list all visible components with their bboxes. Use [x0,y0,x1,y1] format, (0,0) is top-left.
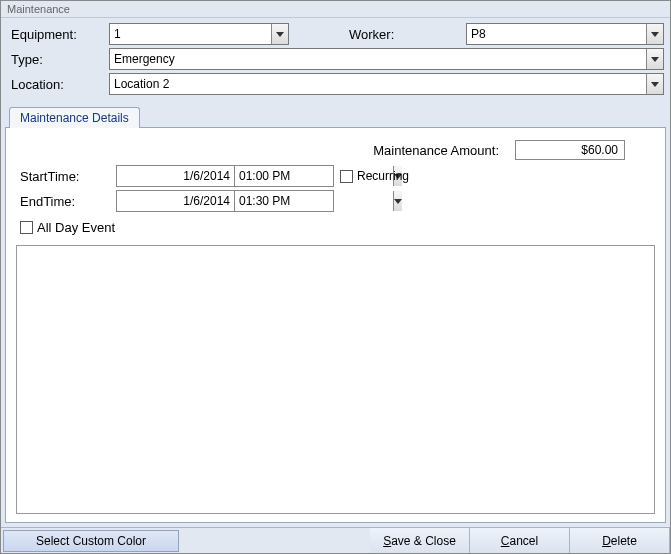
equipment-dropdown-button[interactable] [271,24,288,44]
start-label: StartTime: [16,169,116,184]
tab-panel: Maintenance Amount: $60.00 StartTime: 1/… [5,127,666,523]
allday-label: All Day Event [37,220,115,235]
button-bar-spacer [181,528,370,553]
equipment-input[interactable] [110,24,271,44]
select-custom-color-button[interactable]: Select Custom Color [3,530,179,552]
worker-dropdown-button[interactable] [646,24,663,44]
type-dropdown-button[interactable] [646,49,663,69]
save-close-button[interactable]: Save & Close [370,528,470,553]
recurring-label: Recurring [357,169,409,183]
button-bar: Select Custom Color Save & Close Cancel … [1,527,670,553]
end-time-dropdown[interactable] [234,190,334,212]
svg-marker-3 [651,82,659,87]
chevron-down-icon [651,32,659,37]
recurring-checkbox[interactable] [340,170,353,183]
worker-dropdown[interactable] [466,23,664,45]
chevron-down-icon [276,32,284,37]
svg-marker-2 [651,57,659,62]
end-label: EndTime: [16,194,116,209]
svg-marker-0 [276,32,284,37]
svg-marker-5 [394,199,402,204]
type-input[interactable] [110,49,646,69]
end-date-field[interactable]: 1/6/2014 [116,190,234,212]
top-form: Equipment: Worker: Type: [1,18,670,103]
amount-field[interactable]: $60.00 [515,140,625,160]
chevron-down-icon [394,199,402,204]
start-date-field[interactable]: 1/6/2014 [116,165,234,187]
cancel-button[interactable]: Cancel [470,528,570,553]
worker-label: Worker: [289,27,409,42]
location-dropdown[interactable] [109,73,664,95]
start-time-dropdown[interactable] [234,165,334,187]
worker-input[interactable] [467,24,646,44]
delete-button[interactable]: Delete [570,528,670,553]
type-dropdown[interactable] [109,48,664,70]
chevron-down-icon [651,82,659,87]
end-time-input[interactable] [235,191,393,211]
allday-checkbox-row[interactable]: All Day Event [20,220,655,235]
window-title: Maintenance [1,1,670,18]
location-dropdown-button[interactable] [646,74,663,94]
notes-textarea[interactable] [16,245,655,514]
chevron-down-icon [651,57,659,62]
maintenance-window: Maintenance Equipment: Worker: Type: [0,0,671,554]
location-label: Location: [7,77,109,92]
tab-maintenance-details[interactable]: Maintenance Details [9,107,140,128]
location-input[interactable] [110,74,646,94]
svg-marker-1 [651,32,659,37]
tab-strip: Maintenance Details [5,103,666,127]
tab-area: Maintenance Details Maintenance Amount: … [5,103,666,523]
end-time-dropdown-button[interactable] [393,191,402,211]
equipment-label: Equipment: [7,27,109,42]
recurring-checkbox-row[interactable]: Recurring [340,169,409,183]
allday-checkbox[interactable] [20,221,33,234]
type-label: Type: [7,52,109,67]
amount-label: Maintenance Amount: [373,143,499,158]
equipment-dropdown[interactable] [109,23,289,45]
